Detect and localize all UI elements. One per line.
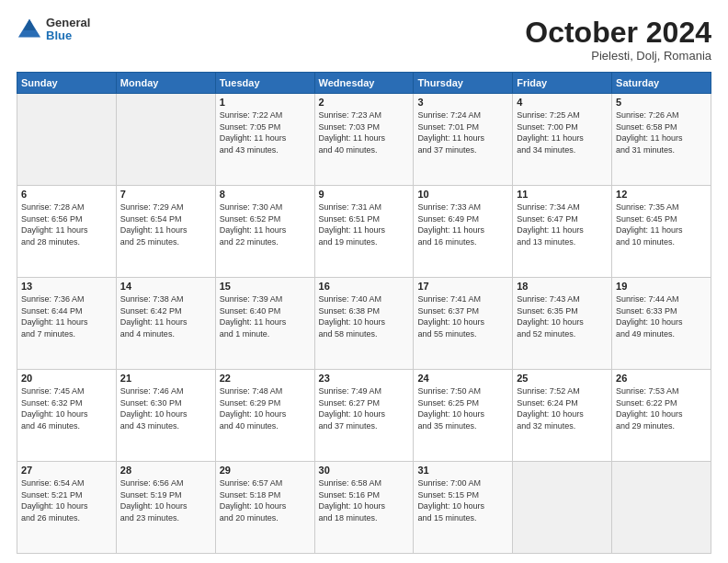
day-info: Sunrise: 7:26 AM Sunset: 6:58 PM Dayligh…: [616, 109, 707, 155]
weekday-header-tuesday: Tuesday: [215, 73, 314, 94]
day-info: Sunrise: 7:31 AM Sunset: 6:51 PM Dayligh…: [319, 201, 410, 247]
day-number: 1: [220, 97, 311, 108]
day-info: Sunrise: 7:53 AM Sunset: 6:22 PM Dayligh…: [616, 385, 707, 431]
day-number: 17: [417, 281, 508, 292]
day-info: Sunrise: 7:49 AM Sunset: 6:27 PM Dayligh…: [319, 385, 410, 431]
calendar-cell: 4Sunrise: 7:25 AM Sunset: 7:00 PM Daylig…: [513, 94, 612, 186]
week-row-4: 20Sunrise: 7:45 AM Sunset: 6:32 PM Dayli…: [17, 370, 711, 462]
day-info: Sunrise: 6:57 AM Sunset: 5:18 PM Dayligh…: [220, 477, 311, 523]
day-info: Sunrise: 7:48 AM Sunset: 6:29 PM Dayligh…: [220, 385, 311, 431]
calendar-cell: 20Sunrise: 7:45 AM Sunset: 6:32 PM Dayli…: [17, 370, 117, 462]
logo-text: General Blue: [46, 17, 90, 43]
day-info: Sunrise: 7:23 AM Sunset: 7:03 PM Dayligh…: [319, 109, 410, 155]
logo: General Blue: [17, 17, 90, 43]
calendar-cell: 25Sunrise: 7:52 AM Sunset: 6:24 PM Dayli…: [513, 370, 612, 462]
day-info: Sunrise: 7:36 AM Sunset: 6:44 PM Dayligh…: [21, 293, 112, 339]
day-number: 14: [120, 281, 211, 292]
day-info: Sunrise: 6:56 AM Sunset: 5:19 PM Dayligh…: [120, 477, 211, 523]
calendar-cell: 2Sunrise: 7:23 AM Sunset: 7:03 PM Daylig…: [314, 94, 414, 186]
day-number: 13: [21, 281, 112, 292]
calendar-cell: 21Sunrise: 7:46 AM Sunset: 6:30 PM Dayli…: [116, 370, 215, 462]
calendar-cell: [116, 94, 215, 186]
calendar-cell: 15Sunrise: 7:39 AM Sunset: 6:40 PM Dayli…: [215, 278, 314, 370]
day-number: 11: [517, 189, 608, 200]
week-row-1: 1Sunrise: 7:22 AM Sunset: 7:05 PM Daylig…: [17, 94, 711, 186]
day-number: 4: [517, 97, 608, 108]
calendar-cell: 8Sunrise: 7:30 AM Sunset: 6:52 PM Daylig…: [215, 186, 314, 278]
calendar-cell: 17Sunrise: 7:41 AM Sunset: 6:37 PM Dayli…: [414, 278, 513, 370]
day-info: Sunrise: 7:52 AM Sunset: 6:24 PM Dayligh…: [517, 385, 608, 431]
day-info: Sunrise: 7:46 AM Sunset: 6:30 PM Dayligh…: [120, 385, 211, 431]
day-info: Sunrise: 7:29 AM Sunset: 6:54 PM Dayligh…: [120, 201, 211, 247]
calendar-cell: 11Sunrise: 7:34 AM Sunset: 6:47 PM Dayli…: [513, 186, 612, 278]
calendar-cell: [17, 94, 117, 186]
calendar-cell: 24Sunrise: 7:50 AM Sunset: 6:25 PM Dayli…: [414, 370, 513, 462]
calendar-cell: 23Sunrise: 7:49 AM Sunset: 6:27 PM Dayli…: [314, 370, 414, 462]
day-info: Sunrise: 7:28 AM Sunset: 6:56 PM Dayligh…: [21, 201, 112, 247]
day-info: Sunrise: 7:44 AM Sunset: 6:33 PM Dayligh…: [616, 293, 707, 339]
weekday-header-thursday: Thursday: [414, 73, 513, 94]
weekday-header-friday: Friday: [513, 73, 612, 94]
day-info: Sunrise: 7:38 AM Sunset: 6:42 PM Dayligh…: [120, 293, 211, 339]
day-info: Sunrise: 7:24 AM Sunset: 7:01 PM Dayligh…: [417, 109, 508, 155]
day-number: 3: [417, 97, 508, 108]
day-number: 24: [417, 373, 508, 384]
day-number: 9: [319, 189, 410, 200]
week-row-5: 27Sunrise: 6:54 AM Sunset: 5:21 PM Dayli…: [17, 462, 711, 554]
weekday-header-wednesday: Wednesday: [314, 73, 414, 94]
logo-general: General: [46, 17, 90, 29]
day-info: Sunrise: 7:30 AM Sunset: 6:52 PM Dayligh…: [220, 201, 311, 247]
day-number: 27: [21, 465, 112, 476]
logo-blue: Blue: [46, 29, 90, 42]
calendar-cell: 1Sunrise: 7:22 AM Sunset: 7:05 PM Daylig…: [215, 94, 314, 186]
day-number: 29: [220, 465, 311, 476]
calendar-cell: 18Sunrise: 7:43 AM Sunset: 6:35 PM Dayli…: [513, 278, 612, 370]
month-title: October 2024: [525, 17, 711, 49]
day-info: Sunrise: 7:33 AM Sunset: 6:49 PM Dayligh…: [417, 201, 508, 247]
calendar-cell: 27Sunrise: 6:54 AM Sunset: 5:21 PM Dayli…: [17, 462, 117, 554]
day-info: Sunrise: 7:43 AM Sunset: 6:35 PM Dayligh…: [517, 293, 608, 339]
day-info: Sunrise: 6:58 AM Sunset: 5:16 PM Dayligh…: [319, 477, 410, 523]
week-row-3: 13Sunrise: 7:36 AM Sunset: 6:44 PM Dayli…: [17, 278, 711, 370]
calendar: SundayMondayTuesdayWednesdayThursdayFrid…: [17, 72, 711, 554]
svg-marker-1: [23, 19, 35, 30]
calendar-cell: 31Sunrise: 7:00 AM Sunset: 5:15 PM Dayli…: [414, 462, 513, 554]
weekday-header-row: SundayMondayTuesdayWednesdayThursdayFrid…: [17, 73, 711, 94]
day-number: 21: [120, 373, 211, 384]
weekday-header-saturday: Saturday: [612, 73, 711, 94]
day-number: 12: [616, 189, 707, 200]
calendar-cell: 19Sunrise: 7:44 AM Sunset: 6:33 PM Dayli…: [612, 278, 711, 370]
calendar-cell: 7Sunrise: 7:29 AM Sunset: 6:54 PM Daylig…: [116, 186, 215, 278]
calendar-cell: 3Sunrise: 7:24 AM Sunset: 7:01 PM Daylig…: [414, 94, 513, 186]
day-number: 22: [220, 373, 311, 384]
day-number: 6: [21, 189, 112, 200]
day-info: Sunrise: 7:40 AM Sunset: 6:38 PM Dayligh…: [319, 293, 410, 339]
day-number: 31: [417, 465, 508, 476]
calendar-cell: 26Sunrise: 7:53 AM Sunset: 6:22 PM Dayli…: [612, 370, 711, 462]
day-number: 26: [616, 373, 707, 384]
day-number: 7: [120, 189, 211, 200]
day-info: Sunrise: 7:50 AM Sunset: 6:25 PM Dayligh…: [417, 385, 508, 431]
day-number: 8: [220, 189, 311, 200]
day-info: Sunrise: 7:35 AM Sunset: 6:45 PM Dayligh…: [616, 201, 707, 247]
calendar-cell: 22Sunrise: 7:48 AM Sunset: 6:29 PM Dayli…: [215, 370, 314, 462]
calendar-cell: 30Sunrise: 6:58 AM Sunset: 5:16 PM Dayli…: [314, 462, 414, 554]
location: Pielesti, Dolj, Romania: [525, 49, 711, 63]
day-number: 28: [120, 465, 211, 476]
day-info: Sunrise: 7:25 AM Sunset: 7:00 PM Dayligh…: [517, 109, 608, 155]
page: General Blue October 2024 Pielesti, Dolj…: [0, 0, 728, 563]
day-number: 10: [417, 189, 508, 200]
day-number: 15: [220, 281, 311, 292]
calendar-cell: 10Sunrise: 7:33 AM Sunset: 6:49 PM Dayli…: [414, 186, 513, 278]
calendar-cell: 14Sunrise: 7:38 AM Sunset: 6:42 PM Dayli…: [116, 278, 215, 370]
calendar-cell: [612, 462, 711, 554]
day-number: 2: [319, 97, 410, 108]
week-row-2: 6Sunrise: 7:28 AM Sunset: 6:56 PM Daylig…: [17, 186, 711, 278]
calendar-cell: 6Sunrise: 7:28 AM Sunset: 6:56 PM Daylig…: [17, 186, 117, 278]
calendar-cell: 29Sunrise: 6:57 AM Sunset: 5:18 PM Dayli…: [215, 462, 314, 554]
calendar-cell: 12Sunrise: 7:35 AM Sunset: 6:45 PM Dayli…: [612, 186, 711, 278]
calendar-cell: 28Sunrise: 6:56 AM Sunset: 5:19 PM Dayli…: [116, 462, 215, 554]
day-number: 19: [616, 281, 707, 292]
header: General Blue October 2024 Pielesti, Dolj…: [17, 17, 711, 63]
calendar-cell: 16Sunrise: 7:40 AM Sunset: 6:38 PM Dayli…: [314, 278, 414, 370]
